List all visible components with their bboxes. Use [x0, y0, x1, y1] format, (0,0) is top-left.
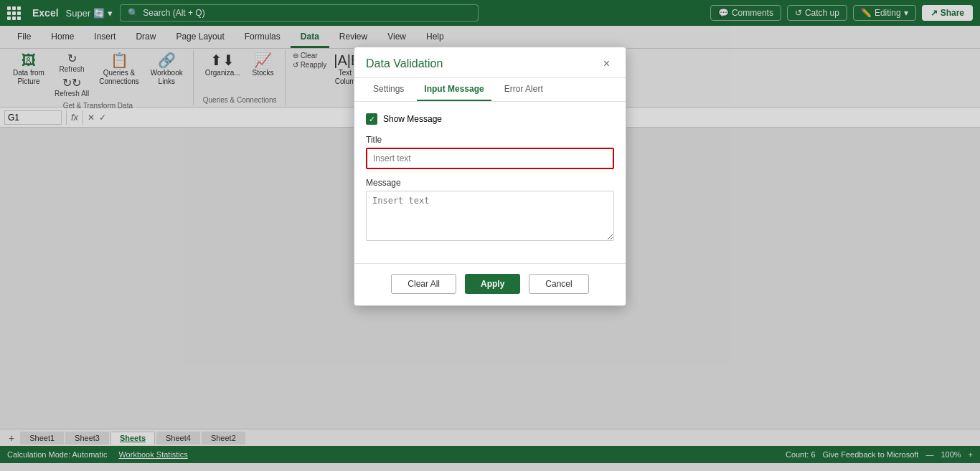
modal-body: ✓ Show Message Title Message — [354, 102, 626, 263]
title-input[interactable] — [366, 148, 614, 169]
clear-all-button[interactable]: Clear All — [391, 274, 456, 294]
cancel-button[interactable]: Cancel — [529, 274, 588, 294]
modal-tab-input-message[interactable]: Input Message — [417, 78, 491, 101]
modal-footer: Clear All Apply Cancel — [354, 263, 626, 305]
show-message-checkbox[interactable]: ✓ — [366, 113, 377, 125]
modal-overlay: Data Validation × Settings Input Message… — [0, 0, 980, 471]
message-label: Message — [366, 178, 614, 188]
modal-tab-error-alert[interactable]: Error Alert — [497, 78, 550, 101]
show-message-label: Show Message — [383, 114, 442, 124]
message-field-group: Message — [366, 178, 614, 243]
title-label: Title — [366, 135, 614, 145]
modal-tab-settings[interactable]: Settings — [366, 78, 411, 101]
data-validation-modal: Data Validation × Settings Input Message… — [354, 47, 626, 306]
apply-button[interactable]: Apply — [465, 274, 520, 294]
modal-tabs: Settings Input Message Error Alert — [354, 78, 626, 102]
title-field-group: Title — [366, 135, 614, 169]
modal-header: Data Validation × — [354, 47, 626, 78]
modal-close-button[interactable]: × — [599, 56, 614, 72]
show-message-row: ✓ Show Message — [366, 113, 614, 125]
modal-title: Data Validation — [366, 57, 443, 70]
message-textarea[interactable] — [366, 191, 614, 241]
